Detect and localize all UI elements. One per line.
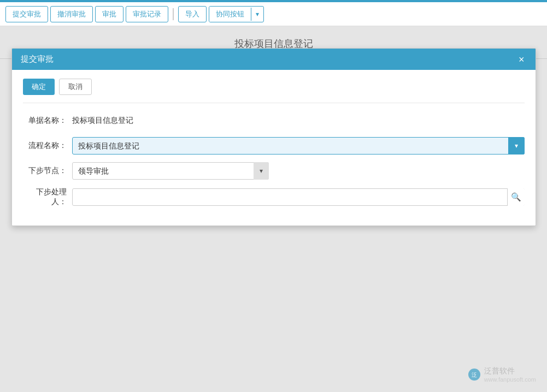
next-handler-input[interactable] [72,188,525,206]
process-name-select-wrapper: 投标项目信息登记 ▾ [72,137,525,155]
collaborate-main-button[interactable]: 协同按钮 [209,7,251,22]
toolbar: 提交审批 撤消审批 审批 审批记录 导入 协同按钮 ▾ [0,2,547,26]
next-node-label: 下步节点： [23,166,72,176]
watermark-en-text: www.fanpusoft.com [484,376,536,383]
search-icon: 🔍 [511,192,521,202]
modal-dialog: 提交审批 × 确定 取消 单据名称： 投标项目信息登记 流程名称： [11,48,536,226]
cancel-button[interactable]: 取消 [59,79,92,95]
submit-approval-button[interactable]: 提交审批 [5,6,48,22]
next-handler-label: 下步处理人： [23,187,72,207]
confirm-button[interactable]: 确定 [23,79,55,95]
doc-name-value: 投标项目信息登记 [72,116,133,126]
approval-records-button[interactable]: 审批记录 [126,6,168,22]
watermark: 泛 泛普软件 www.fanpusoft.com [468,366,536,383]
next-node-row: 下步节点： 领导审批 ▾ [23,162,525,180]
modal-close-button[interactable]: × [516,55,527,64]
watermark-cn-text: 泛普软件 [484,366,515,376]
watermark-text: 泛普软件 www.fanpusoft.com [484,366,536,383]
next-handler-search-button[interactable]: 🔍 [507,188,525,206]
modal-body: 确定 取消 单据名称： 投标项目信息登记 流程名称： 投标项目信息登记 ▾ [12,70,536,225]
svg-text:泛: 泛 [472,372,477,378]
collaborate-button-group[interactable]: 协同按钮 ▾ [209,6,264,22]
import-button[interactable]: 导入 [178,6,207,22]
modal-overlay: 提交审批 × 确定 取消 单据名称： 投标项目信息登记 流程名称： [0,26,547,392]
modal-title: 提交审批 [21,54,54,64]
next-handler-row: 下步处理人： 🔍 [23,187,525,207]
process-name-label: 流程名称： [23,141,72,151]
process-name-row: 流程名称： 投标项目信息登记 ▾ [23,137,525,155]
collaborate-dropdown-arrow[interactable]: ▾ [251,8,263,21]
doc-name-label: 单据名称： [23,116,72,126]
cancel-approval-button[interactable]: 撤消审批 [50,6,93,22]
toolbar-separator [173,8,174,20]
next-handler-input-wrapper: 🔍 [72,188,525,206]
fanpu-logo-icon: 泛 [468,368,481,381]
main-content: 投标项目信息登记 提交审批 × 确定 取消 单据名称： 投标项目信息登记 [0,26,547,392]
approve-button[interactable]: 审批 [95,6,123,22]
doc-name-row: 单据名称： 投标项目信息登记 [23,112,525,129]
next-node-select-wrapper: 领导审批 ▾ [72,162,269,180]
modal-actions: 确定 取消 [23,79,525,103]
process-name-select[interactable]: 投标项目信息登记 [72,137,525,155]
next-node-select[interactable]: 领导审批 [72,162,269,180]
modal-header: 提交审批 × [12,49,536,70]
